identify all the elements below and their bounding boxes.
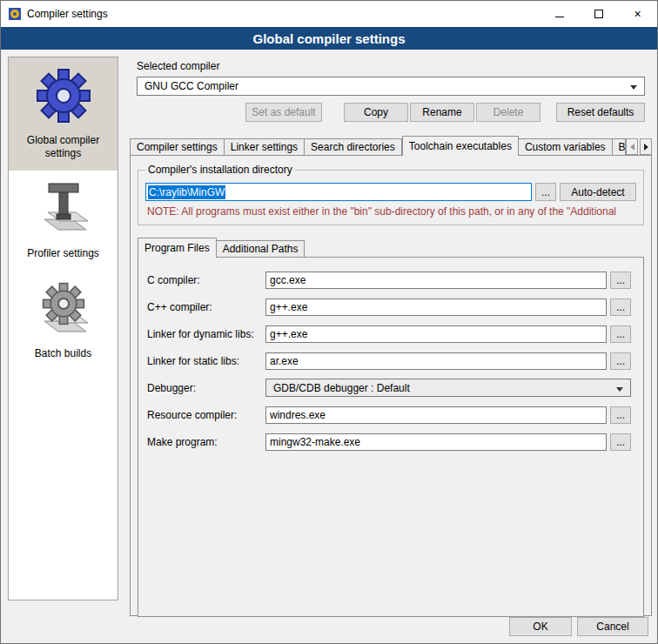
- tab-compiler-settings[interactable]: Compiler settings: [130, 138, 225, 156]
- c-compiler-label: C compiler:: [147, 274, 265, 286]
- make-program-row: Make program: ...: [147, 428, 631, 455]
- bin-subdirectory-note: NOTE: All programs must exist either in …: [147, 205, 636, 218]
- debugger-value: GDB/CDB debugger : Default: [273, 382, 410, 394]
- cpp-compiler-label: C++ compiler:: [147, 301, 265, 313]
- static-linker-input[interactable]: [265, 352, 607, 370]
- reset-defaults-button[interactable]: Reset defaults: [556, 103, 645, 122]
- blue-gear-icon: [36, 68, 91, 124]
- resource-compiler-browse-button[interactable]: ...: [610, 406, 631, 424]
- tab-scroll-left-button[interactable]: [626, 138, 638, 155]
- scroll-right-icon: [644, 144, 648, 151]
- debugger-label: Debugger:: [147, 382, 265, 394]
- minimize-button[interactable]: [540, 1, 579, 27]
- resource-compiler-input[interactable]: [265, 406, 607, 424]
- maximize-button[interactable]: [579, 1, 618, 27]
- installation-directory-group: Compiler's installation directory C:\ray…: [138, 170, 644, 225]
- make-program-label: Make program:: [147, 436, 265, 448]
- maximize-icon: [594, 10, 603, 18]
- scroll-left-icon: [630, 144, 634, 151]
- close-icon: ×: [634, 7, 641, 21]
- program-files-tab-strip: Program Files Additional Paths: [138, 238, 644, 258]
- tab-linker-settings[interactable]: Linker settings: [225, 138, 305, 156]
- app-icon[interactable]: [8, 7, 22, 21]
- sidebar-item-label: Batch builds: [12, 347, 114, 360]
- sidebar-item-global-compiler-settings[interactable]: Global compiler settings: [9, 57, 118, 171]
- browse-directory-button[interactable]: ...: [535, 183, 556, 201]
- sidebar-item-profiler-settings[interactable]: Profiler settings: [9, 171, 118, 271]
- tab-build-options[interactable]: Buil: [613, 138, 626, 156]
- resource-compiler-label: Resource compiler:: [147, 409, 265, 421]
- sidebar-item-label: Global compiler settings: [12, 134, 114, 160]
- tab-toolchain-executables[interactable]: Toolchain executables: [402, 136, 519, 156]
- cancel-button[interactable]: Cancel: [577, 617, 648, 636]
- static-linker-label: Linker for static libs:: [147, 355, 265, 367]
- tab-additional-paths[interactable]: Additional Paths: [217, 240, 306, 258]
- title-bar[interactable]: Compiler settings ×: [1, 1, 657, 27]
- chevron-down-icon: [630, 85, 637, 90]
- dynamic-linker-row: Linker for dynamic libs: ...: [147, 320, 631, 347]
- compiler-buttons-row: Set as default Copy Rename Delete Reset …: [130, 103, 652, 122]
- installation-directory-group-title: Compiler's installation directory: [145, 164, 295, 176]
- c-compiler-input[interactable]: [265, 272, 607, 289]
- settings-tab-strip: Compiler settings Linker settings Search…: [130, 136, 652, 156]
- installation-directory-value: C:\raylib\MinGW: [148, 185, 225, 199]
- sidebar-item-label: Profiler settings: [12, 247, 114, 260]
- selected-compiler-dropdown[interactable]: GNU GCC Compiler: [137, 77, 645, 96]
- debugger-dropdown[interactable]: GDB/CDB debugger : Default: [265, 379, 631, 397]
- dynamic-linker-browse-button[interactable]: ...: [610, 325, 631, 343]
- dynamic-linker-input[interactable]: [265, 325, 607, 343]
- tab-scroll-right-button[interactable]: [640, 138, 652, 155]
- debugger-row: Debugger: GDB/CDB debugger : Default: [147, 374, 631, 401]
- close-button[interactable]: ×: [618, 1, 657, 27]
- installation-directory-input[interactable]: C:\raylib\MinGW: [145, 183, 532, 201]
- copy-button[interactable]: Copy: [344, 103, 408, 122]
- rename-button[interactable]: Rename: [410, 103, 474, 122]
- dynamic-linker-label: Linker for dynamic libs:: [147, 328, 265, 340]
- set-as-default-button[interactable]: Set as default: [245, 103, 322, 122]
- gray-gear-stack-icon: [36, 281, 91, 337]
- resource-compiler-row: Resource compiler: ...: [147, 401, 631, 428]
- selected-compiler-value: GNU GCC Compiler: [144, 80, 238, 92]
- c-compiler-row: C compiler: ...: [147, 266, 631, 293]
- toolchain-executables-panel: Compiler's installation directory C:\ray…: [130, 155, 652, 616]
- selected-compiler-label: Selected compiler: [137, 60, 652, 72]
- compiler-settings-window: { "window": { "title": "Compiler setting…: [0, 0, 658, 644]
- dialog-header-title: Global compiler settings: [252, 31, 405, 46]
- dialog-footer: OK Cancel: [509, 617, 648, 636]
- c-compiler-browse-button[interactable]: ...: [610, 272, 631, 289]
- sidebar-item-batch-builds[interactable]: Batch builds: [9, 271, 118, 371]
- program-files-panel: C compiler: ... C++ compiler: ... Linker…: [138, 257, 644, 617]
- tab-custom-variables[interactable]: Custom variables: [519, 138, 613, 156]
- cpp-compiler-browse-button[interactable]: ...: [610, 299, 631, 316]
- tab-search-directories[interactable]: Search directories: [305, 138, 402, 156]
- cpp-compiler-row: C++ compiler: ...: [147, 293, 631, 320]
- window-title: Compiler settings: [27, 8, 108, 20]
- main-panel: Selected compiler GNU GCC Compiler Set a…: [130, 57, 652, 616]
- auto-detect-button[interactable]: Auto-detect: [560, 183, 636, 201]
- profiler-tool-icon: [36, 181, 91, 237]
- static-linker-browse-button[interactable]: ...: [610, 352, 631, 370]
- cpp-compiler-input[interactable]: [265, 299, 607, 316]
- delete-button[interactable]: Delete: [476, 103, 540, 122]
- settings-category-list: Global compiler settings Profiler settin…: [8, 57, 118, 600]
- make-program-input[interactable]: [265, 433, 607, 451]
- tab-program-files[interactable]: Program Files: [138, 238, 217, 258]
- installation-directory-row: C:\raylib\MinGW ... Auto-detect: [145, 183, 636, 201]
- minimize-icon: [555, 17, 564, 17]
- make-program-browse-button[interactable]: ...: [610, 433, 631, 451]
- ok-button[interactable]: OK: [509, 617, 572, 636]
- chevron-down-icon: [616, 387, 623, 392]
- dialog-header: Global compiler settings: [1, 27, 657, 50]
- static-linker-row: Linker for static libs: ...: [147, 347, 631, 374]
